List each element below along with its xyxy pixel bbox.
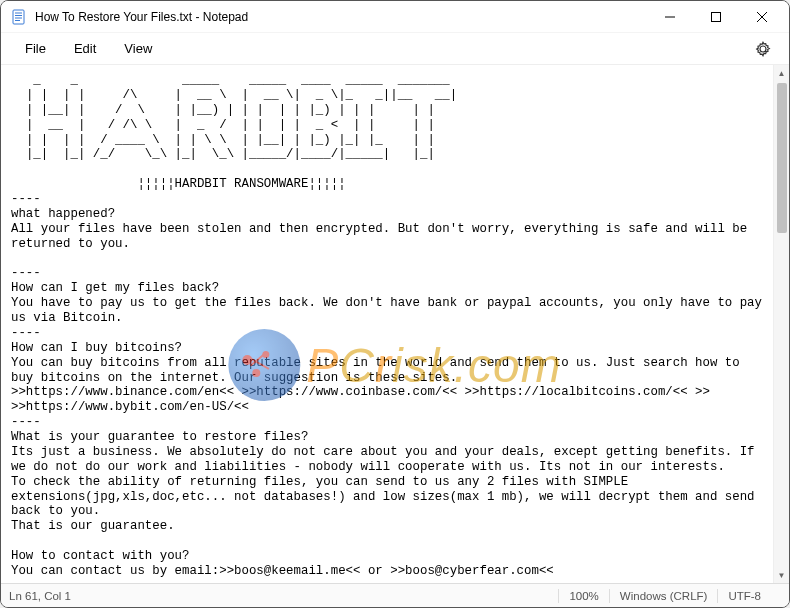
scroll-down-arrow[interactable]: ▼ bbox=[774, 567, 789, 583]
notepad-window: How To Restore Your Files.txt - Notepad … bbox=[0, 0, 790, 608]
close-button[interactable] bbox=[739, 2, 785, 32]
status-zoom: 100% bbox=[569, 590, 598, 602]
gear-icon bbox=[755, 41, 771, 57]
minimize-button[interactable] bbox=[647, 2, 693, 32]
text-editor[interactable]: _ _ _____ _____ ____ _____ _______ | | |… bbox=[1, 65, 773, 583]
editor-area: _ _ _____ _____ ____ _____ _______ | | |… bbox=[1, 65, 789, 583]
status-position: Ln 61, Col 1 bbox=[9, 590, 71, 602]
status-eol: Windows (CRLF) bbox=[620, 590, 708, 602]
scroll-up-arrow[interactable]: ▲ bbox=[774, 65, 789, 81]
menu-bar: File Edit View bbox=[1, 33, 789, 65]
menu-file[interactable]: File bbox=[13, 37, 58, 60]
title-bar: How To Restore Your Files.txt - Notepad bbox=[1, 1, 789, 33]
window-title: How To Restore Your Files.txt - Notepad bbox=[35, 10, 647, 24]
vertical-scrollbar[interactable]: ▲ ▼ bbox=[773, 65, 789, 583]
scroll-thumb[interactable] bbox=[777, 83, 787, 233]
status-encoding: UTF-8 bbox=[728, 590, 761, 602]
notepad-icon bbox=[11, 9, 27, 25]
svg-rect-6 bbox=[712, 12, 721, 21]
svg-rect-0 bbox=[13, 10, 24, 24]
maximize-button[interactable] bbox=[693, 2, 739, 32]
menu-edit[interactable]: Edit bbox=[62, 37, 108, 60]
window-controls bbox=[647, 2, 785, 32]
status-bar: Ln 61, Col 1 100% Windows (CRLF) UTF-8 bbox=[1, 583, 789, 607]
menu-view[interactable]: View bbox=[112, 37, 164, 60]
settings-button[interactable] bbox=[749, 35, 777, 63]
